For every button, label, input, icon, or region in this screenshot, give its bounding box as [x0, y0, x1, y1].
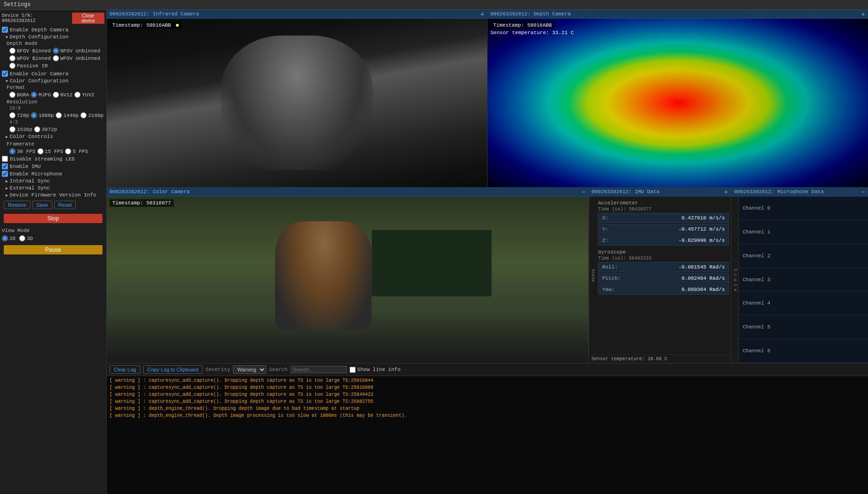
- depth-nfov-unbinned-row[interactable]: NFOV Unbinned: [53, 48, 101, 54]
- accel-time: Time (us): 58420377: [598, 207, 729, 212]
- depth-panel-content: Timestamp: 58016ABB Sensor temperature: …: [488, 19, 868, 187]
- save-button[interactable]: Save: [32, 201, 52, 209]
- show-line-info-row[interactable]: Show line info: [350, 367, 401, 373]
- res-1536p-radio[interactable]: [9, 126, 15, 132]
- depth-nfov-binned-radio[interactable]: [9, 48, 15, 54]
- color-panel-header: 000263392612: Color Camera −: [107, 188, 588, 196]
- enable-color-camera-row[interactable]: Enable Color Camera: [2, 71, 104, 77]
- firmware-info-toggle[interactable]: Device Firmware Version Info: [6, 192, 104, 198]
- show-line-info-checkbox[interactable]: [350, 367, 356, 373]
- fps-15-radio[interactable]: [37, 148, 44, 154]
- res-1080p-row[interactable]: 1080p: [31, 112, 54, 118]
- fps-30-row[interactable]: 30 FPS: [9, 148, 36, 154]
- mic-panel-title: 000263392612: Microphone Data: [734, 189, 824, 195]
- color-camera-panel: 000263392612: Color Camera − Timestamp: …: [107, 188, 589, 363]
- color-config-toggle[interactable]: Color Configuration: [6, 78, 104, 84]
- fps-30-radio[interactable]: [9, 148, 15, 154]
- enable-depth-camera-checkbox[interactable]: [2, 27, 8, 33]
- pause-button[interactable]: Pause: [4, 245, 102, 254]
- res-720p-row[interactable]: 720p: [9, 112, 29, 118]
- enable-depth-camera-label: Enable Depth Camera: [10, 27, 68, 33]
- depth-panel-expand-button[interactable]: +: [861, 11, 865, 17]
- enable-microphone-row[interactable]: Enable Microphone: [2, 171, 104, 177]
- res-2160p-radio[interactable]: [80, 112, 87, 118]
- depth-nfov-binned-row[interactable]: NFOV Binned: [9, 48, 51, 54]
- log-search-input[interactable]: [291, 366, 347, 373]
- enable-color-camera-checkbox[interactable]: [2, 71, 8, 77]
- fps-15-row[interactable]: 15 FPS: [37, 148, 64, 154]
- restore-button[interactable]: Restore: [4, 201, 30, 209]
- severity-select[interactable]: WarningErrorInfoDebug: [233, 365, 266, 374]
- fps-15-label: 15 FPS: [45, 149, 64, 154]
- fps-5-row[interactable]: 5 FPS: [65, 148, 88, 154]
- close-device-button[interactable]: Close device: [72, 13, 104, 24]
- clear-log-button[interactable]: Clear Log: [109, 365, 140, 374]
- copy-log-button[interactable]: Copy Log to Clipboard: [143, 365, 203, 374]
- depth-wfov-binned-radio[interactable]: [9, 55, 15, 61]
- internal-sync-toggle[interactable]: Internal Sync: [6, 178, 104, 184]
- res-1440p-row[interactable]: 1440p: [56, 112, 79, 118]
- depth-mode-group3: Passive IR: [9, 63, 104, 69]
- format-mjpg-radio[interactable]: [31, 92, 37, 98]
- res-1536p-row[interactable]: 1536p: [9, 126, 32, 132]
- res-1080p-radio[interactable]: [31, 112, 37, 118]
- format-yuv2-radio[interactable]: [74, 92, 80, 98]
- title-bar: Settings: [0, 0, 868, 10]
- accel-x-value: 0.427010 m/s/s: [682, 215, 725, 221]
- depth-panel-title: 000263392612: Depth Camera: [490, 11, 571, 17]
- format-nv12-row[interactable]: NV12: [53, 92, 73, 98]
- depth-nfov-unbinned-radio[interactable]: [53, 48, 59, 54]
- show-line-info-label: Show line info: [357, 367, 401, 372]
- view-mode-label: View Mode: [2, 228, 104, 233]
- external-sync-label: External Sync: [10, 185, 50, 191]
- depth-wfov-unbinned-label: WFOV Unbinned: [60, 56, 101, 61]
- color-panel-expand-button[interactable]: −: [582, 189, 585, 195]
- format-yuv2-label: YUV2: [82, 92, 94, 98]
- depth-wfov-unbinned-row[interactable]: WFOV Unbinned: [53, 55, 101, 61]
- depth-passive-ir-radio[interactable]: [9, 63, 15, 69]
- format-nv12-radio[interactable]: [53, 92, 59, 98]
- depth-wfov-unbinned-radio[interactable]: [53, 55, 59, 61]
- pitch-row: Pitch: 0.002484 Rad/s: [598, 273, 729, 283]
- enable-microphone-checkbox[interactable]: [2, 171, 8, 177]
- mic-panel-expand-button[interactable]: −: [861, 189, 865, 195]
- depth-wfov-binned-row[interactable]: WFOV Binned: [9, 55, 51, 61]
- res-720p-radio[interactable]: [9, 112, 15, 118]
- enable-imu-checkbox[interactable]: [2, 163, 8, 169]
- disable-streaming-led-row[interactable]: Disable streaming LED: [2, 156, 104, 162]
- accel-x-label: X:: [602, 215, 608, 221]
- ir-panel-expand-button[interactable]: +: [481, 11, 484, 17]
- view-2d-row[interactable]: 2D: [2, 235, 15, 241]
- external-sync-toggle[interactable]: External Sync: [6, 185, 104, 191]
- fps-5-radio[interactable]: [65, 148, 71, 154]
- imu-panel-expand-button[interactable]: +: [724, 189, 728, 195]
- res-1440p-radio[interactable]: [56, 112, 62, 118]
- format-mjpg-row[interactable]: MJPG: [31, 92, 51, 98]
- view-2d-radio[interactable]: [2, 235, 8, 241]
- res-3072p-row[interactable]: 3072p: [34, 126, 57, 132]
- depth-config-toggle[interactable]: Depth Configuration: [6, 34, 104, 40]
- sidebar: Device S/N: 000263392612 Close device En…: [0, 10, 107, 494]
- color-panel-content: Timestamp: 58316077: [107, 196, 588, 363]
- reset-button[interactable]: Reset: [54, 201, 76, 209]
- yaw-value: 0.009364 Rad/s: [682, 287, 725, 292]
- res-2160p-row[interactable]: 2160p: [80, 112, 103, 118]
- top-camera-panels: 000263392612: Infrared Camera + Timestam…: [107, 10, 868, 188]
- pitch-value: 0.002484 Rad/s: [682, 276, 725, 281]
- format-bgra-radio[interactable]: [9, 92, 15, 98]
- format-group: BGRA MJPG NV12 YUV2: [9, 92, 104, 98]
- res-3072p-radio[interactable]: [34, 126, 40, 132]
- view-3d-row[interactable]: 3D: [19, 235, 33, 241]
- view-3d-radio[interactable]: [19, 235, 25, 241]
- format-yuv2-row[interactable]: YUV2: [74, 92, 94, 98]
- mic-scale-sidebar: S c a l e: [731, 196, 739, 363]
- fps-5-label: 5 FPS: [73, 149, 88, 154]
- format-bgra-row[interactable]: BGRA: [9, 92, 29, 98]
- disable-streaming-led-checkbox[interactable]: [2, 156, 8, 162]
- content-area: 000263392612: Infrared Camera + Timestam…: [107, 10, 868, 494]
- enable-imu-row[interactable]: Enable IMU: [2, 163, 104, 169]
- depth-passive-ir-row[interactable]: Passive IR: [9, 63, 48, 69]
- stop-button[interactable]: Stop: [4, 214, 102, 223]
- enable-depth-camera-row[interactable]: Enable Depth Camera: [2, 27, 104, 33]
- color-controls-toggle[interactable]: Color Controls: [6, 134, 104, 139]
